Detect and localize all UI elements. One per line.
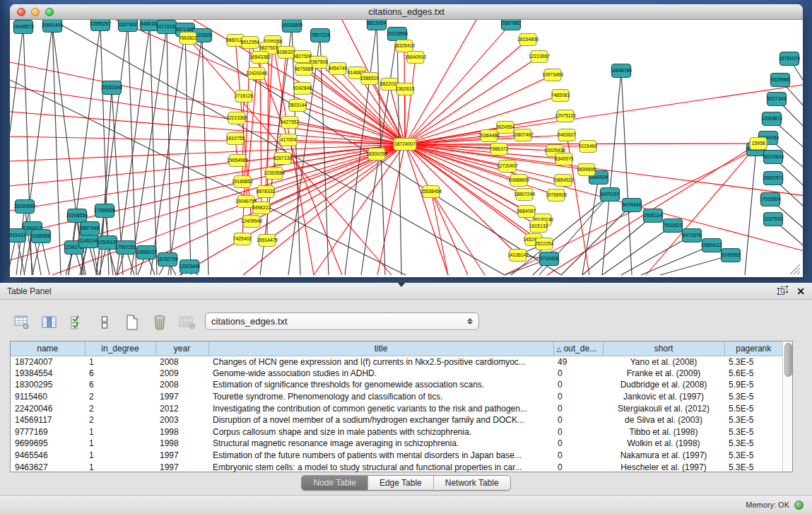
graph-node[interactable]: 8349575 [555, 153, 574, 165]
table-cell[interactable]: 5.3E-5 [724, 461, 782, 473]
graph-node[interactable]: 8267130 [273, 153, 293, 165]
table-cell[interactable]: Yano et al. (2008) [603, 356, 724, 368]
graph-node[interactable]: 3624554 [496, 122, 515, 134]
graph-edge[interactable] [405, 144, 448, 275]
table-cell[interactable]: Hescheler et al. (1997) [603, 461, 724, 473]
graph-edge[interactable] [10, 62, 405, 144]
graph-edge[interactable] [10, 112, 405, 144]
table-cell[interactable]: 49 [553, 356, 603, 368]
graph-node[interactable]: 12923448 [179, 260, 200, 274]
graph-node[interactable]: 9242848 [293, 83, 312, 95]
table-row[interactable]: 1938455462009Genome-wide association stu… [11, 368, 782, 380]
table-cell[interactable]: 9115460 [11, 391, 85, 403]
table-cell[interactable]: 6 [85, 379, 155, 391]
zoom-window-button[interactable] [45, 8, 54, 16]
graph-node[interactable]: 16640910 [405, 52, 426, 64]
graph-node[interactable]: 18300295 [366, 148, 387, 160]
table-cell[interactable]: 5.5E-5 [724, 402, 782, 414]
graph-node[interactable]: 9897548 [81, 222, 100, 235]
table-cell[interactable]: Genome-wide association studies in ADHD. [208, 368, 553, 380]
show-column-icon[interactable] [40, 313, 59, 332]
table-cell[interactable]: 0 [553, 450, 603, 462]
table-cell[interactable]: 5.3E-5 [724, 414, 782, 426]
graph-edge[interactable] [298, 105, 405, 144]
table-cell[interactable]: 9463627 [11, 461, 85, 473]
graph-node[interactable]: 20206556 [66, 209, 88, 223]
table-row[interactable]: 946362711997Embryonic stem cells: a mode… [11, 461, 782, 473]
graph-node[interactable]: 15538454 [420, 186, 442, 198]
table-cell[interactable]: 9699695 [11, 438, 85, 450]
graph-node[interactable]: 19166852 [232, 176, 253, 188]
table-row[interactable]: 911546021997Tourette syndrome. Phenomeno… [11, 391, 782, 403]
graph-edge[interactable] [405, 83, 803, 144]
table-cell[interactable]: 2003 [155, 414, 208, 426]
graph-node[interactable]: 10955297 [90, 20, 111, 31]
graph-edge[interactable] [10, 144, 405, 186]
table-cell[interactable]: 2012 [155, 402, 208, 414]
table-cell[interactable]: Tourette syndrome. Phenomenology and cla… [208, 391, 553, 403]
graph-node[interactable]: 2522254 [535, 238, 554, 250]
table-cell[interactable]: 5.3E-5 [724, 356, 782, 368]
graph-node[interactable]: 16033809 [281, 20, 302, 33]
table-cell[interactable]: Nakamura et al. (1997) [603, 450, 724, 462]
table-cell[interactable]: 5.6E-5 [724, 368, 782, 380]
graph-node[interactable]: 15692971 [763, 172, 784, 185]
graph-node[interactable]: 9733426 [540, 252, 559, 266]
graph-edge[interactable] [405, 23, 511, 144]
graph-node[interactable]: 1167533 [764, 213, 783, 226]
table-cell[interactable]: 2008 [155, 356, 208, 368]
table-cell[interactable]: 19384554 [11, 368, 85, 380]
table-row[interactable]: 946554611997Estimation of the future num… [11, 450, 782, 462]
table-cell[interactable]: 0 [553, 461, 603, 473]
tab-node-table[interactable]: Node Table [302, 476, 368, 490]
graph-edge[interactable] [646, 144, 758, 275]
table-cell[interactable]: 5.9E-5 [724, 379, 782, 391]
graph-node[interactable]: 20053346 [101, 81, 122, 95]
graph-node[interactable]: 20364486 [478, 130, 500, 142]
select-columns-icon[interactable] [68, 313, 86, 332]
table-cell[interactable]: 0 [553, 426, 603, 438]
table-cell[interactable]: 1 [85, 426, 155, 438]
graph-node[interactable]: 17957253 [115, 241, 136, 255]
table-cell[interactable]: Corpus callosum shape and size in male p… [208, 426, 553, 438]
table-cell[interactable]: 1 [85, 356, 155, 368]
close-window-button[interactable] [17, 8, 25, 16]
table-cell[interactable]: 0 [553, 368, 603, 380]
table-cell[interactable]: Estimation of significance thresholds fo… [208, 379, 553, 391]
column-header-in_degree[interactable]: in_degree [85, 341, 155, 356]
graph-node[interactable]: 1810755 [226, 133, 245, 145]
graph-node[interactable]: 3915431 [10, 229, 26, 243]
graph-node[interactable]: 14136141 [507, 250, 529, 262]
create-column-icon[interactable] [123, 313, 141, 332]
column-header-pagerank[interactable]: pagerank [724, 341, 782, 356]
graph-node[interactable]: 1145194 [79, 235, 98, 248]
table-cell[interactable]: Disruption of a novel member of a sodium… [208, 414, 553, 426]
tab-edge-table[interactable]: Edge Table [368, 476, 434, 490]
graph-node[interactable]: 15958 [750, 138, 767, 150]
table-cell[interactable]: de Silva et al. (2003) [603, 414, 724, 426]
graph-node[interactable]: 12409948 [241, 216, 262, 228]
minimize-window-button[interactable] [31, 8, 40, 16]
graph-edge[interactable] [561, 205, 632, 275]
graph-edge[interactable] [168, 35, 202, 275]
table-cell[interactable]: 1998 [155, 438, 208, 450]
table-cell[interactable]: 6 [85, 368, 155, 380]
column-header-title[interactable]: title [208, 341, 553, 356]
graph-node[interactable]: 8912954 [241, 37, 260, 49]
table-cell[interactable]: Embryonic stem cells: a model to study s… [208, 461, 553, 473]
splitter-handle-icon[interactable] [398, 283, 405, 287]
column-header-name[interactable]: name [11, 341, 85, 356]
graph-node[interactable]: 8471676 [683, 229, 702, 243]
graph-node[interactable]: 19405572 [13, 21, 34, 34]
table-cell[interactable]: 22420046 [11, 402, 85, 414]
graph-edge[interactable] [128, 25, 136, 275]
table-cell[interactable]: 1998 [155, 426, 208, 438]
graph-node[interactable]: 10807467 [512, 129, 534, 141]
graph-node[interactable]: 17359928 [94, 204, 115, 218]
column-header-year[interactable]: year [155, 341, 208, 356]
graph-node[interactable]: 19654985 [227, 155, 248, 167]
graph-node[interactable]: 2718126 [235, 90, 254, 103]
graph-node[interactable]: 9227343 [767, 93, 787, 106]
table-row[interactable]: 1456911722003Disruption of a novel membe… [11, 414, 782, 426]
table-cell[interactable]: 9465546 [11, 450, 85, 462]
